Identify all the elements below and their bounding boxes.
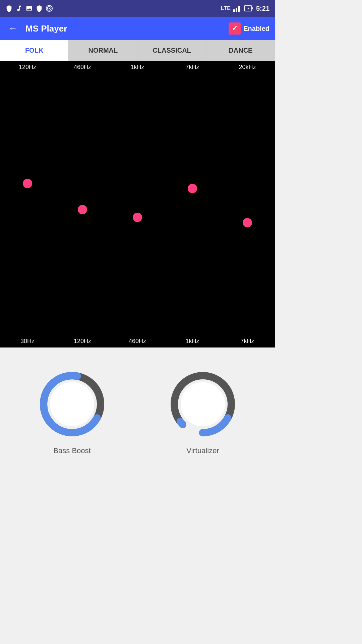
- music-icon: [15, 5, 23, 12]
- target-icon: [46, 5, 53, 12]
- preset-tabs: FOLK NORMAL CLASSICAL DANCE: [0, 40, 275, 61]
- virtualizer-label: Virtualizer: [186, 446, 219, 455]
- status-right: LTE 5:21: [221, 5, 269, 12]
- tab-normal[interactable]: NORMAL: [69, 40, 137, 61]
- freq-bot-4: 7kHz: [220, 338, 275, 345]
- bass-boost-knob[interactable]: [35, 367, 109, 441]
- freq-bot-0: 30Hz: [0, 338, 55, 345]
- shield2-icon: [36, 5, 43, 12]
- svg-point-2: [49, 8, 50, 9]
- freq-bot-3: 1kHz: [165, 338, 220, 345]
- eq-dot-1[interactable]: [78, 205, 87, 214]
- eq-dot-2[interactable]: [133, 213, 142, 222]
- svg-rect-7: [252, 7, 253, 9]
- eq-dot-3[interactable]: [188, 184, 197, 193]
- enabled-label: Enabled: [243, 25, 269, 33]
- status-icons-left: [5, 5, 53, 12]
- battery-icon: [244, 5, 253, 12]
- enabled-checkbox[interactable]: [229, 22, 241, 35]
- freq-top-4: 20kHz: [220, 64, 275, 71]
- freq-bot-2: 460Hz: [110, 338, 165, 345]
- virtualizer-knob[interactable]: [166, 367, 240, 441]
- app-title: MS Player: [25, 23, 223, 34]
- time-display: 5:21: [256, 5, 269, 12]
- back-button[interactable]: ←: [5, 20, 20, 37]
- freq-top-1: 460Hz: [55, 64, 110, 71]
- svg-rect-5: [238, 6, 240, 12]
- freq-labels-top: 120Hz 460Hz 1kHz 7kHz 20kHz: [0, 61, 275, 73]
- tab-classical[interactable]: CLASSICAL: [138, 40, 206, 61]
- eq-dot-0[interactable]: [23, 179, 32, 188]
- signal-icon: [233, 5, 241, 12]
- shield-icon: [5, 5, 13, 12]
- eq-area: 120Hz 460Hz 1kHz 7kHz 20kHz 30Hz 120Hz 4…: [0, 61, 275, 347]
- image-icon: [25, 5, 33, 12]
- svg-point-13: [181, 382, 225, 426]
- freq-labels-bottom: 30Hz 120Hz 460Hz 1kHz 7kHz: [0, 335, 275, 347]
- network-label: LTE: [221, 5, 231, 11]
- status-bar: LTE 5:21: [0, 0, 275, 17]
- tab-folk[interactable]: FOLK: [0, 40, 69, 61]
- svg-rect-4: [236, 8, 237, 12]
- freq-bot-1: 120Hz: [55, 338, 110, 345]
- freq-top-3: 7kHz: [165, 64, 220, 71]
- freq-top-2: 1kHz: [110, 64, 165, 71]
- bass-boost-container: Bass Boost: [35, 367, 109, 455]
- eq-dot-4[interactable]: [243, 218, 252, 227]
- virtualizer-container: Virtualizer: [166, 367, 240, 455]
- enabled-container: Enabled: [229, 22, 269, 35]
- freq-top-0: 120Hz: [0, 64, 55, 71]
- svg-rect-3: [233, 9, 235, 12]
- bottom-controls: Bass Boost Virtualizer: [0, 347, 275, 475]
- bass-boost-label: Bass Boost: [53, 446, 90, 455]
- tab-dance[interactable]: DANCE: [206, 40, 275, 61]
- eq-canvas[interactable]: [0, 73, 275, 335]
- app-header: ← MS Player Enabled: [0, 17, 275, 40]
- svg-point-10: [50, 382, 94, 426]
